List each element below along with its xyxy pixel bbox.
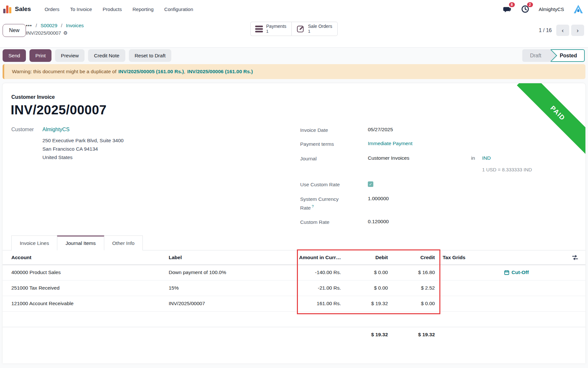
warning-duplicate-link-2[interactable]: INV/2025/00006 (161.00 Rs.): [187, 69, 253, 75]
invoice-date-field[interactable]: 05/27/2025: [368, 127, 393, 132]
empty-cell: [3, 311, 585, 327]
invoice-form: PAID Customer Invoice INV/2025/00007 Cus…: [3, 83, 585, 363]
top-navbar: Sales Orders To Invoice Products Reporti…: [0, 0, 588, 18]
column-header-debit[interactable]: Debit: [345, 250, 392, 265]
totals-spacer: [168, 327, 297, 342]
cell-spacer: [560, 280, 585, 296]
send-button[interactable]: Send: [3, 49, 26, 62]
sale-orders-smart-button[interactable]: Sale Orders 1: [291, 22, 338, 36]
cell-cutoff: [473, 280, 560, 296]
column-header-credit[interactable]: Credit: [392, 250, 439, 265]
activities-button[interactable]: 2: [521, 5, 530, 14]
cell-amount[interactable]: -21.00 Rs.: [297, 280, 345, 296]
pager-count: 1 / 16: [539, 28, 552, 33]
payments-smart-button[interactable]: Payments 1: [250, 22, 291, 36]
cell-spacer: [560, 296, 585, 311]
column-header-amount-in-currency[interactable]: Amount in Curr…: [297, 250, 345, 265]
cell-credit[interactable]: $ 2.52: [392, 280, 439, 296]
main-menu: Orders To Invoice Products Reporting Con…: [45, 6, 193, 12]
journal-currency-field[interactable]: IND: [482, 155, 491, 161]
totals-debit: $ 19.32: [345, 327, 392, 342]
menu-products[interactable]: Products: [103, 6, 122, 12]
breadcrumb-current-record: INV/2025/00007: [26, 29, 61, 37]
column-header-label[interactable]: Label: [168, 250, 297, 265]
breadcrumb-current: INV/2025/00007 ⚙: [26, 29, 84, 37]
paid-ribbon: PAID: [517, 83, 585, 154]
column-header-account[interactable]: Account: [3, 250, 168, 265]
column-header-options: [560, 250, 585, 265]
table-row[interactable]: 121000 Account Receivable INV/2025/00007…: [3, 296, 585, 311]
customer-link[interactable]: AlmightyCS: [42, 127, 70, 132]
cell-debit[interactable]: $ 0.00: [345, 280, 392, 296]
cell-account[interactable]: 121000 Account Receivable: [3, 296, 168, 311]
table-totals-row: $ 19.32 $ 19.32: [3, 327, 585, 342]
menu-orders[interactable]: Orders: [45, 6, 60, 12]
custom-rate-label: Custom Rate: [300, 219, 344, 226]
tab-invoice-lines[interactable]: Invoice Lines: [11, 236, 57, 250]
breadcrumb-separator: /: [36, 23, 37, 28]
cut-off-label: Cut-Off: [512, 270, 529, 275]
journal-label: Journal: [300, 155, 344, 162]
payments-label: Payments: [266, 24, 286, 29]
cell-amount[interactable]: 161.00 Rs.: [297, 296, 345, 311]
cell-tax-grids[interactable]: [439, 265, 473, 280]
tab-journal-items[interactable]: Journal Items: [57, 236, 104, 250]
help-icon[interactable]: ?: [312, 204, 314, 208]
messages-button[interactable]: 8: [503, 5, 512, 14]
breadcrumb-invoices-link[interactable]: Invoices: [66, 23, 84, 28]
cell-credit[interactable]: $ 0.00: [392, 296, 439, 311]
breadcrumb-overflow-button[interactable]: •••: [26, 23, 32, 28]
totals-spacer: [439, 327, 473, 342]
preview-button[interactable]: Preview: [55, 49, 85, 62]
pager-next-button[interactable]: ›: [571, 25, 584, 36]
new-button[interactable]: New: [3, 24, 26, 37]
custom-rate-field[interactable]: 0.120000: [368, 219, 389, 224]
cell-credit[interactable]: $ 16.80: [392, 265, 439, 280]
company-logo-icon[interactable]: [573, 4, 583, 14]
reset-to-draft-button[interactable]: Reset to Draft: [129, 49, 172, 62]
notebook-tabs: Invoice Lines Journal Items Other Info: [3, 236, 585, 250]
breadcrumb-s00029-link[interactable]: S00029: [40, 23, 57, 28]
table-empty-row[interactable]: [3, 311, 585, 327]
warning-text: Warning: this document might be a duplic…: [12, 69, 117, 75]
cell-amount[interactable]: -140.00 Rs.: [297, 265, 345, 280]
print-button[interactable]: Print: [29, 49, 51, 62]
app-brand[interactable]: Sales: [15, 6, 31, 13]
user-menu[interactable]: AlmightyCS: [539, 6, 564, 12]
invoice-date-label: Invoice Date: [300, 127, 344, 134]
warning-duplicate-link-1[interactable]: INV/2025/00005 (161.00 Rs.): [119, 69, 184, 75]
cell-label[interactable]: INV/2025/00007: [168, 296, 297, 311]
cell-tax-grids[interactable]: [439, 296, 473, 311]
pager-previous-button[interactable]: ‹: [556, 25, 569, 36]
menu-configuration[interactable]: Configuration: [164, 6, 193, 12]
cell-debit[interactable]: $ 0.00: [345, 265, 392, 280]
totals-credit: $ 19.32: [392, 327, 439, 342]
credit-note-button[interactable]: Credit Note: [88, 49, 125, 62]
tab-other-info[interactable]: Other Info: [104, 236, 143, 250]
table-row[interactable]: 400000 Product Sales Down payment of 100…: [3, 265, 585, 280]
gear-icon[interactable]: ⚙: [63, 29, 67, 37]
cell-debit[interactable]: $ 19.32: [345, 296, 392, 311]
cell-label[interactable]: 15%: [168, 280, 297, 296]
address-line: San Francisco CA 94134: [42, 145, 124, 153]
cut-off-button[interactable]: Cut-Off: [473, 270, 560, 275]
cell-account[interactable]: 251000 Tax Received: [3, 280, 168, 296]
payment-terms-field[interactable]: Immediate Payment: [368, 141, 413, 146]
journal-in-label: in: [471, 155, 475, 161]
breadcrumb: ••• / S00029 / Invoices INV/2025/00007 ⚙: [26, 22, 84, 37]
journal-field[interactable]: Customer Invoices: [368, 155, 409, 161]
cell-account[interactable]: 400000 Product Sales: [3, 265, 168, 280]
menu-to-invoice[interactable]: To Invoice: [70, 6, 92, 12]
table-row[interactable]: 251000 Tax Received 15% -21.00 Rs. $ 0.0…: [3, 280, 585, 296]
pager: 1 / 16 ‹ ›: [539, 25, 584, 36]
menu-reporting[interactable]: Reporting: [132, 6, 153, 12]
column-header-tax-grids[interactable]: Tax Grids: [439, 250, 473, 265]
optional-columns-icon[interactable]: [560, 254, 585, 261]
payments-bars-icon: [255, 26, 263, 32]
table-header-row: Account Label Amount in Curr… Debit Cred…: [3, 250, 585, 265]
cell-label[interactable]: Down payment of 100.0%: [168, 265, 297, 280]
use-custom-rate-checkbox[interactable]: ✓: [368, 181, 373, 187]
cell-tax-grids[interactable]: [439, 280, 473, 296]
system-currency-rate-field[interactable]: 1.000000: [368, 196, 389, 201]
sales-app-icon[interactable]: [3, 5, 12, 13]
